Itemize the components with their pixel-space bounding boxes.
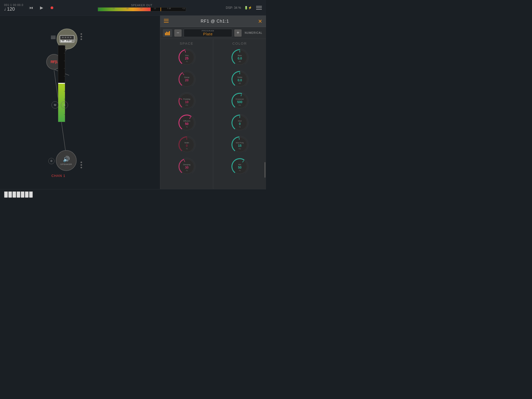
play-button[interactable]: ▶: [38, 4, 45, 11]
svg-rect-13: [62, 40, 63, 41]
piano-key-e[interactable]: [12, 191, 16, 198]
svg-line-147: [193, 107, 193, 107]
knob-predelay[interactable]: Predelay 10 ms: [177, 92, 196, 110]
knob-svg-predelay[interactable]: Predelay 10 ms: [177, 92, 196, 110]
svg-line-440: [246, 128, 247, 128]
svg-line-97: [194, 75, 195, 75]
transport-buttons: ⏮ ▶ ⏺: [28, 4, 56, 11]
svg-line-471: [245, 138, 245, 138]
knob-bass[interactable]: Bass 0.0 dB: [230, 48, 249, 67]
svg-line-91: [189, 71, 189, 71]
svg-rect-23: [164, 21, 169, 21]
mute-button[interactable]: M: [51, 101, 59, 109]
space-column: SPACE Size 25 %: [160, 39, 213, 189]
svg-line-398: [246, 106, 247, 106]
svg-line-516: [247, 162, 248, 163]
knob-svg-damping[interactable]: Damping 30 %: [177, 157, 196, 176]
knob-svg-treble[interactable]: Treble 0.0 dB: [230, 70, 249, 89]
r-button[interactable]: R: [48, 158, 55, 164]
svg-text:dB: dB: [238, 61, 241, 62]
program-next-button[interactable]: +: [234, 29, 242, 37]
plugin-close-button[interactable]: ✕: [258, 18, 262, 24]
knob-svg-diffusion[interactable]: Diffusion 50 %: [177, 114, 196, 132]
knob-crossover[interactable]: Crossover 500 Hz: [230, 92, 249, 110]
tempo: 120: [7, 6, 15, 12]
svg-line-427: [243, 115, 243, 116]
svg-line-125: [181, 94, 182, 95]
piano-key-c[interactable]: [4, 191, 8, 198]
svg-text:Crossover: Crossover: [236, 98, 244, 100]
svg-line-218: [191, 137, 191, 138]
svg-line-517: [247, 163, 248, 164]
svg-line-513: [245, 160, 245, 160]
knob-svg-mix[interactable]: Mix 50 %: [230, 157, 249, 176]
piano-key-f[interactable]: [17, 191, 20, 198]
svg-line-269: [195, 168, 195, 168]
svg-text:30: 30: [185, 166, 189, 169]
svg-line-178: [192, 117, 193, 117]
svg-line-127: [183, 93, 183, 94]
piano-keyboard[interactable]: [4, 191, 33, 198]
svg-line-93: [191, 72, 191, 72]
svg-line-260: [191, 159, 191, 160]
numerical-button[interactable]: NUMERICAL: [244, 31, 263, 34]
transport-info: 001:1 00:00.0 ♩ 120: [4, 4, 23, 12]
svg-line-139: [194, 98, 195, 98]
svg-line-342: [242, 71, 242, 71]
knob-diffusion[interactable]: Diffusion 50 %: [177, 114, 196, 132]
piano-key-a[interactable]: [25, 191, 29, 198]
piano-key-g[interactable]: [21, 191, 24, 198]
svg-line-302: [244, 50, 244, 51]
svg-line-265: [194, 163, 195, 164]
knob-size[interactable]: Size 25 %: [177, 48, 196, 67]
svg-line-86: [183, 71, 183, 72]
svg-line-431: [246, 118, 247, 118]
knob-damping[interactable]: Damping 30 %: [177, 157, 196, 176]
knob-mod-freq[interactable]: Mod Freq 15 Hz: [230, 135, 249, 154]
solo-button[interactable]: S: [61, 101, 68, 109]
svg-line-182: [195, 121, 195, 121]
knob-svg-size[interactable]: Size 25 %: [177, 48, 196, 67]
svg-line-254: [184, 158, 184, 159]
knob-svg-mod[interactable]: Mod 0 %: [230, 114, 249, 132]
knob-mod[interactable]: Mod 0 %: [230, 114, 249, 132]
svg-line-145: [194, 105, 195, 105]
piano-key-d[interactable]: [8, 191, 12, 198]
svg-text:0.0: 0.0: [237, 57, 242, 60]
plugin-menu-icon[interactable]: [164, 19, 169, 24]
record-button[interactable]: ⏺: [48, 4, 56, 11]
plugin-scrollbar[interactable]: [264, 162, 265, 178]
knob-decay[interactable]: Decay 20: [177, 70, 196, 89]
knob-svg-crossover[interactable]: Crossover 500 Hz: [230, 92, 249, 110]
level-meter-top: -60 -48 -36 -24 -12 0 dB +12: [98, 7, 186, 11]
knob-svg-decay[interactable]: Decay 20: [177, 70, 196, 89]
knob-svg-width[interactable]: Width 0 %: [177, 135, 196, 154]
svg-point-18: [62, 37, 64, 38]
rewind-button[interactable]: ⏮: [28, 4, 35, 11]
svg-line-54: [193, 52, 194, 53]
svg-line-442: [245, 129, 245, 130]
knob-svg-mod freq[interactable]: Mod Freq 15 Hz: [230, 135, 249, 154]
piano-key-b[interactable]: [29, 191, 33, 198]
program-prev-button[interactable]: −: [174, 29, 182, 37]
tempo-note: ♩: [4, 7, 6, 11]
chart-button[interactable]: [163, 29, 172, 37]
svg-line-140: [195, 99, 195, 99]
knob-width[interactable]: Width 0 %: [177, 135, 196, 154]
svg-text:Predelay: Predelay: [183, 98, 190, 100]
plugin-panel: RF1 @ Ch1:1 ✕ − PROGRAM Plate + NUMERICA…: [160, 16, 266, 189]
space-header: SPACE: [180, 42, 194, 45]
knob-mix[interactable]: Mix 50 %: [230, 157, 249, 176]
svg-line-346: [245, 73, 246, 74]
knob-svg-bass[interactable]: Bass 0.0 dB: [230, 48, 249, 67]
svg-text:%: %: [186, 126, 187, 128]
svg-line-481: [247, 148, 248, 149]
svg-line-262: [192, 161, 193, 161]
speaker-node[interactable]: 🔊 SPEAKER: [56, 150, 77, 171]
knob-treble[interactable]: Treble 0.0 dB: [230, 70, 249, 89]
svg-point-21: [70, 37, 71, 38]
hamburger-menu[interactable]: [256, 6, 262, 10]
svg-text:0.0: 0.0: [237, 78, 242, 82]
chain-menu[interactable]: [51, 36, 56, 39]
synth-node-dots: [81, 33, 82, 40]
